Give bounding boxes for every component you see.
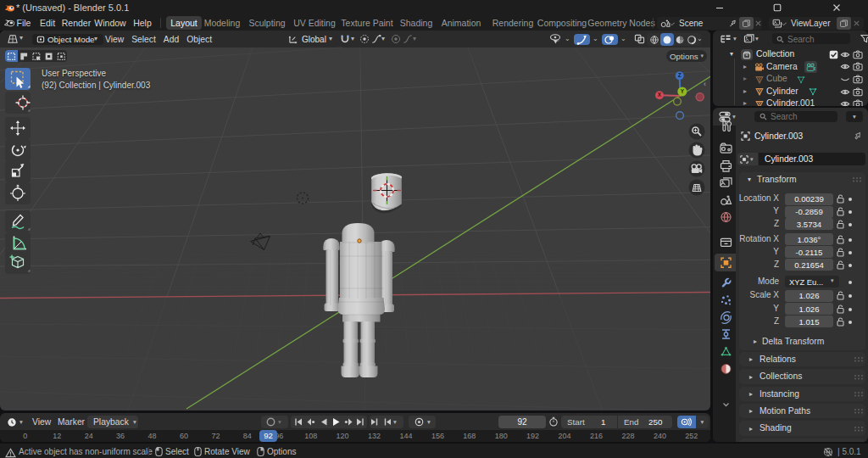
- svg-text:Z: Z: [678, 72, 682, 78]
- svg-text:X: X: [658, 92, 662, 98]
- svg-text:Y: Y: [681, 88, 685, 94]
